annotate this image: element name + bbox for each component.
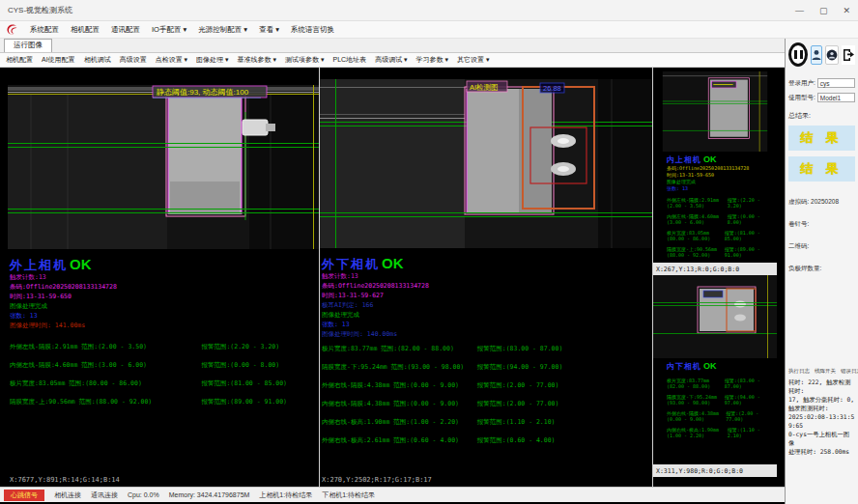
alarm-range: 报警范围:(81.00 - 85.00) bbox=[201, 379, 287, 387]
barcode-line: 条码:Offline20250208133134728 bbox=[10, 282, 319, 292]
camera-title: 内下相机 bbox=[667, 361, 701, 372]
measure-value: 极片宽度:83.77mm (82.00 - 88.00) bbox=[667, 378, 725, 389]
log-line: 0-cys一号上相机一图像 bbox=[788, 430, 855, 447]
measure-row: 内侧右线-隔膜:4.38mm 范围:(0.00 - 9.00)报警范围:(2.0… bbox=[322, 400, 652, 407]
measure-row: 外侧左线-隔膜:2.91mm (2.00 - 3.50)报警:(2.20 - 3… bbox=[667, 197, 777, 209]
menu-bar: 系统配置相机配置通讯配置IO手配置 ▾光源控制配置 ▾查看 ▾系统语言切换 bbox=[0, 21, 858, 39]
measure-row: 隔膜宽度-下:95.24mm 范围:(93.00 - 98.00)报警范围:(9… bbox=[322, 363, 652, 371]
alarm-range: 报警范围:(2.20 - 3.20) bbox=[201, 343, 279, 350]
measure-row: 极片宽度:83.77mm (82.00 - 88.00)报警:(83.00 - … bbox=[667, 378, 777, 389]
log-tab[interactable]: 线阵开关 bbox=[815, 368, 836, 375]
alarm-range: 报警范围:(2.00 - 77.00) bbox=[477, 381, 559, 389]
log-line: 17, 触发分毫耗时: 0, bbox=[788, 395, 855, 404]
close-button[interactable]: ✕ bbox=[843, 6, 850, 15]
camera-view-inner-lower[interactable] bbox=[653, 275, 777, 358]
alarm-range: 报警:(94.00 - 97.00) bbox=[725, 394, 777, 406]
alarm-range: 报警范围:(83.00 - 87.00) bbox=[477, 345, 563, 352]
toolbar-item[interactable]: 基准线参数 ▾ bbox=[238, 55, 276, 65]
toolbar-item[interactable]: 测试项参数 ▾ bbox=[285, 55, 324, 65]
status-ok-badge: OK bbox=[703, 361, 717, 371]
measure-value: 极片宽度:83.77mm 范围:(82.00 - 88.00) bbox=[322, 345, 477, 352]
measure-value: 内侧右线-极高:1.90mm 范围:(1.00 - 2.20) bbox=[322, 418, 477, 426]
heartbeat-badge: 心跳信号 bbox=[4, 490, 44, 501]
alarm-range: 报警范围:(2.00 - 77.00) bbox=[477, 400, 559, 407]
maximize-button[interactable]: ▢ bbox=[819, 6, 828, 15]
control-panel: 登录用户: cys 使用型号: Model1 总结果: 结 果 结 果 虚拟码:… bbox=[785, 39, 858, 504]
settings-button[interactable] bbox=[825, 45, 839, 65]
result-text-inner-upper: 内上相机 OK 条码:Offline20250208133134728 时间:1… bbox=[653, 152, 777, 263]
measure-value: 极片宽度:83.05mm (80.00 - 86.00) bbox=[667, 230, 725, 241]
info-fields: 虚拟码: 20250208卷针号: 二维码: 负极焊数量: bbox=[788, 184, 855, 273]
process-done-line: 图像处理完成 bbox=[667, 179, 777, 185]
toolbar-item[interactable]: AI使用配置 bbox=[42, 55, 75, 65]
exit-button[interactable] bbox=[842, 45, 855, 65]
menu-item[interactable]: 光源控制配置 ▾ bbox=[198, 25, 247, 35]
ai-score-value: 26.88 bbox=[543, 84, 561, 93]
toolbar-item[interactable]: 学习参数 ▾ bbox=[416, 55, 448, 65]
menu-item[interactable]: 相机配置 bbox=[71, 25, 100, 35]
camera-view-outer-upper[interactable]: 静态阈值:93, 动态阈值:100 bbox=[8, 85, 319, 249]
measure-row: 内侧左线-隔膜:4.60mm (3.00 - 6.00)报警:(0.00 - 8… bbox=[667, 213, 777, 225]
toolbar-item[interactable]: 其它设置 ▾ bbox=[457, 55, 489, 65]
alarm-range: 报警范围:(0.00 - 8.00) bbox=[201, 361, 279, 369]
toolbar-item[interactable]: 相机配置 bbox=[6, 55, 33, 65]
camera-link-status: 相机连接 bbox=[54, 490, 81, 500]
alarm-range: 报警范围:(89.00 - 91.00) bbox=[201, 398, 287, 406]
log-tab[interactable]: 错误日志 bbox=[841, 368, 858, 375]
cpu-usage: Cpu: 0.0% bbox=[128, 491, 159, 498]
gear-icon bbox=[826, 49, 838, 61]
toolbar-item[interactable]: 高级设置 bbox=[120, 55, 147, 65]
measure-value: 外侧左线-隔膜:2.91mm (2.00 - 3.50) bbox=[667, 197, 728, 209]
minimize-button[interactable]: — bbox=[795, 6, 804, 15]
frame-count-line: 张数: 13 bbox=[322, 320, 652, 329]
measure-value: 隔膜宽度-下:95.24mm 范围:(93.00 - 98.00) bbox=[322, 363, 477, 371]
alarm-range: 报警:(1.10 - 2.10) bbox=[728, 427, 777, 438]
process-done-line: 图像处理完成 bbox=[10, 301, 319, 311]
measure-rows: 极片宽度:83.77mm (82.00 - 88.00)报警:(83.00 - … bbox=[667, 378, 777, 438]
time-line: 时间:13-31-59-627 bbox=[322, 291, 652, 300]
toolbar-item[interactable]: 图像处理 ▾ bbox=[196, 55, 228, 65]
menu-item[interactable]: IO手配置 ▾ bbox=[152, 25, 186, 35]
log-section: 执行日志线阵开关错误日志 耗时: 222, 触发检测耗时:17, 触发分毫耗时:… bbox=[788, 368, 855, 500]
alarm-range: 报警:(89.00 - 91.00) bbox=[725, 246, 777, 258]
measure-value: 内侧左线-隔膜:4.60mm (3.00 - 6.00) bbox=[667, 213, 728, 225]
measure-value: 内侧右线-隔膜:4.38mm 范围:(0.00 - 9.00) bbox=[322, 400, 477, 407]
toolbar-item[interactable]: 相机调试 bbox=[84, 55, 111, 65]
upper-camera-status: 上相机1:待检结果 bbox=[259, 490, 312, 500]
tab-run-image[interactable]: 运行图像 bbox=[4, 39, 52, 52]
alarm-range: 报警:(0.00 - 8.00) bbox=[728, 213, 777, 225]
threshold-overlay-label: 静态阈值:93, 动态阈值:100 bbox=[157, 88, 249, 97]
measure-value: 隔膜宽度-上:90.56mm (88.00 - 92.00) bbox=[667, 246, 725, 258]
camera-panel-inner-lower: 内下相机 OK 极片宽度:83.77mm (82.00 - 88.00)报警:(… bbox=[653, 275, 777, 464]
menu-item[interactable]: 通讯配置 bbox=[111, 25, 140, 35]
login-user-button[interactable] bbox=[811, 45, 822, 65]
alarm-range: 报警:(2.20 - 3.20) bbox=[728, 197, 777, 209]
alarm-range: 报警:(81.00 - 85.00) bbox=[725, 230, 777, 241]
info-field: 虚拟码: 20250208 bbox=[788, 198, 855, 207]
result-box-upper: 结 果 bbox=[788, 126, 855, 151]
log-tab[interactable]: 执行日志 bbox=[788, 368, 810, 375]
toolbar-item[interactable]: 高级调试 ▾ bbox=[375, 55, 407, 65]
camera-view-inner-upper[interactable] bbox=[653, 71, 777, 152]
model-value[interactable]: Model1 bbox=[817, 93, 855, 102]
camera-view-outer-lower[interactable]: AI检测图 26.88 bbox=[320, 79, 652, 248]
camera-title: 内上相机 bbox=[667, 154, 701, 165]
toolbar-item[interactable]: PLC地址表 bbox=[333, 55, 367, 65]
ai-judge-line: 极耳AI判定: 166 bbox=[322, 300, 652, 310]
status-ok-badge: OK bbox=[703, 154, 717, 164]
measure-value: 隔膜宽度-上:90.56mm 范围:(88.00 - 92.00) bbox=[10, 398, 201, 406]
pause-button[interactable] bbox=[788, 42, 808, 67]
menu-item[interactable]: 系统配置 bbox=[30, 25, 59, 35]
status-ok-badge: OK bbox=[382, 255, 404, 271]
total-result-label: 总结果: bbox=[788, 111, 855, 121]
menu-item[interactable]: 查看 ▾ bbox=[259, 25, 279, 35]
login-user-value[interactable]: cys bbox=[817, 78, 855, 88]
log-line: 耗时: 222, 触发检测耗时: bbox=[788, 378, 855, 395]
result-box-lower: 结 果 bbox=[788, 156, 855, 182]
user-icon bbox=[812, 49, 821, 61]
menu-item[interactable]: 系统语言切换 bbox=[291, 25, 334, 35]
measure-row: 内侧右线-极高:1.90mm (1.00 - 2.20)报警:(1.10 - 2… bbox=[667, 427, 777, 438]
info-field: 负极焊数量: bbox=[788, 265, 855, 273]
toolbar-item[interactable]: 点检设置 ▾ bbox=[156, 55, 187, 65]
measure-row: 内侧左线-隔膜:4.60mm 范围:(3.00 - 6.00)报警范围:(0.0… bbox=[10, 361, 319, 369]
